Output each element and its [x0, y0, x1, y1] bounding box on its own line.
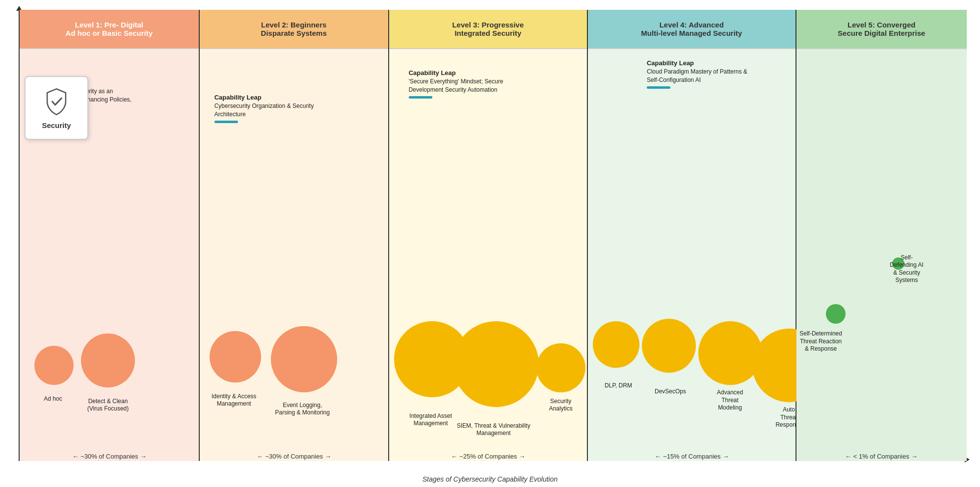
bubble-iam [210, 331, 261, 383]
level-3-capability-leap: Capability Leap 'Secure Everything' Mind… [409, 69, 517, 99]
level-2-header: Level 2: Beginners Disparate Systems [200, 10, 388, 49]
bubble-event-logging [271, 326, 337, 392]
levels-wrapper: Level 1: Pre- Digital Ad hoc or Basic Se… [20, 10, 967, 461]
security-label: Security [42, 121, 71, 129]
shield-check-icon [42, 87, 71, 118]
bubble-adv-threat [698, 321, 762, 385]
pct-level-2: ~30% of Companies [200, 453, 389, 460]
bubble-sec-analytics [536, 343, 585, 392]
level-5-title-line2: Secure Digital Enterprise [838, 29, 925, 37]
level-4-header: Level 4: Advanced Multi-level Managed Se… [588, 10, 795, 49]
level-1-header: Level 1: Pre- Digital Ad hoc or Basic Se… [20, 10, 199, 49]
level-4-title-line2: Multi-level Managed Security [641, 29, 742, 37]
bubble-devsecops [642, 319, 696, 373]
level-5-column: Level 5: Converged Secure Digital Enterp… [796, 10, 967, 461]
level-5-title-line1: Level 5: Converged [838, 21, 925, 29]
level-2-title-line2: Disparate Systems [261, 29, 327, 37]
level-1-title-line2: Ad hoc or Basic Security [66, 29, 153, 37]
level-5-body: Self-DeterminedThreat Reaction& Response… [796, 49, 967, 461]
bubble-detect-clean [81, 333, 135, 387]
label-detect-clean: Detect & Clean(Virus Focused) [76, 398, 140, 413]
level-3-header: Level 3: Progressive Integrated Security [389, 10, 587, 49]
pct-row: ~30% of Companies ~30% of Companies ~25%… [20, 453, 967, 460]
level-4-body: Capability Leap Cloud Paradigm Mastery o… [588, 49, 795, 461]
level-2-cap-title: Capability Leap [214, 94, 262, 101]
bubble-siem [453, 321, 539, 407]
pct-level-5: < 1% of Companies [796, 453, 967, 460]
level-3-cap-title: Capability Leap [409, 69, 456, 77]
level-3-title-line1: Level 3: Progressive [452, 21, 524, 29]
bubble-dlp [593, 321, 639, 368]
level-2-cap-marker [214, 121, 238, 123]
label-adhoc: Ad hoc [28, 395, 78, 403]
chart-container: Cumulative Org Sophistication Stages of … [0, 0, 980, 487]
bubble-self-determined [826, 304, 846, 324]
pct-level-3: ~25% of Companies [389, 453, 588, 460]
level-2-body: Capability Leap Cybersecurity Organizati… [200, 49, 388, 461]
level-4-cap-title: Capability Leap [647, 59, 694, 67]
label-devsecops: DevSecOps [643, 388, 697, 396]
label-self-determined: Self-DeterminedThreat Reaction& Response [787, 330, 855, 353]
security-badge: Security [25, 76, 88, 140]
level-4-cap-marker [647, 86, 670, 89]
level-2-capability-leap: Capability Leap Cybersecurity Organizati… [214, 93, 318, 123]
level-3-cap-text: 'Secure Everything' Mindset; Secure Deve… [409, 78, 503, 93]
level-4-title-line1: Level 4: Advanced [641, 21, 742, 29]
bubble-adhoc [34, 346, 74, 385]
level-3-title-line2: Integrated Security [452, 29, 524, 37]
level-3-column: Level 3: Progressive Integrated Security… [389, 10, 588, 461]
level-4-cap-text: Cloud Paradigm Mastery of Patterns & Sel… [647, 68, 747, 83]
level-4-capability-leap: Capability Leap Cloud Paradigm Mastery o… [647, 59, 755, 89]
label-self-defending: Self-Defending AI& SecuritySystems [877, 254, 936, 284]
label-event-logging: Event Logging,Parsing & Monitoring [265, 402, 341, 417]
pct-level-1: ~30% of Companies [20, 453, 200, 460]
x-axis-label: Stages of Cybersecurity Capability Evolu… [423, 475, 557, 483]
level-2-cap-text: Cybersecurity Organization & Security Ar… [214, 103, 314, 118]
level-5-header: Level 5: Converged Secure Digital Enterp… [796, 10, 967, 49]
level-1-title-line1: Level 1: Pre- Digital [66, 21, 153, 29]
level-2-title-line1: Level 2: Beginners [261, 21, 327, 29]
level-2-column: Level 2: Beginners Disparate Systems Cap… [200, 10, 389, 461]
label-dlp: DLP, DRM [594, 382, 643, 390]
label-iam: Identity & AccessManagement [205, 393, 264, 408]
label-sec-analytics: SecurityAnalytics [531, 398, 590, 413]
level-4-column: Level 4: Advanced Multi-level Managed Se… [588, 10, 796, 461]
level-3-body: Capability Leap 'Secure Everything' Mind… [389, 49, 587, 461]
label-siem: SIEM, Threat & VulnerabilityManagement [447, 422, 540, 437]
pct-level-4: ~15% of Companies [588, 453, 796, 460]
level-3-cap-marker [409, 96, 432, 99]
